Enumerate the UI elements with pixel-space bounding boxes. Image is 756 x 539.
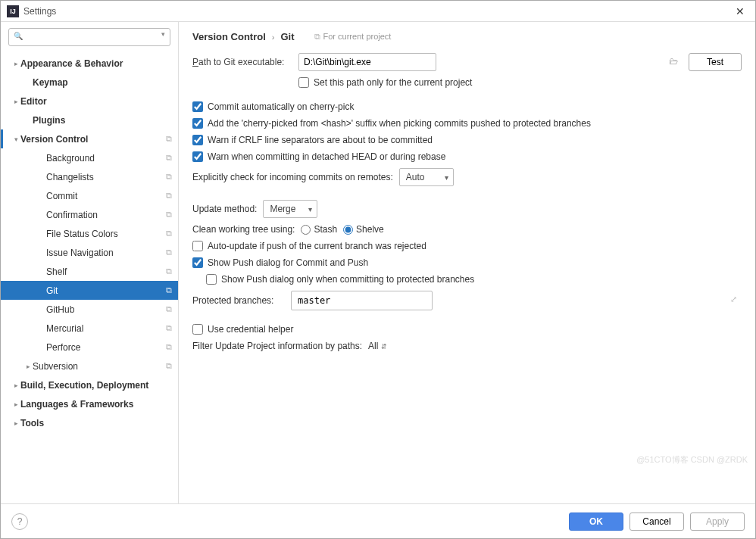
copy-icon: ⧉ xyxy=(166,304,172,314)
breadcrumb: Version Control › Git ⧉For current proje… xyxy=(192,31,742,42)
sidebar-item-label: Mercurial xyxy=(46,323,166,334)
copy-icon: ⧉ xyxy=(166,248,172,257)
show-push-only-checkbox[interactable]: Show Push dialog only when committing to… xyxy=(206,274,474,285)
sidebar-item-label: Commit xyxy=(46,191,166,201)
shelve-radio[interactable]: Shelve xyxy=(343,224,384,235)
app-icon: IJ xyxy=(7,5,19,17)
warn-crlf-checkbox[interactable]: Warn if CRLF line separators are about t… xyxy=(192,135,433,145)
sidebar-item-issue-navigation[interactable]: Issue Navigation⧉ xyxy=(1,243,178,262)
titlebar: IJ Settings ✕ xyxy=(1,1,755,22)
cancel-button[interactable]: Cancel xyxy=(629,513,684,531)
copy-icon: ⧉ xyxy=(166,285,172,295)
sidebar-item-github[interactable]: GitHub⧉ xyxy=(1,300,178,319)
sidebar-item-git[interactable]: Git⧉ xyxy=(1,281,178,300)
filter-value-dropdown[interactable]: All ⇵ xyxy=(368,341,387,351)
copy-icon: ⧉ xyxy=(166,172,172,182)
protected-branches-input[interactable] xyxy=(291,291,433,310)
update-method-label: Update method: xyxy=(192,204,257,214)
test-button[interactable]: Test xyxy=(689,53,742,71)
sidebar-item-label: Languages & Frameworks xyxy=(20,399,172,410)
sidebar-item-shelf[interactable]: Shelf⧉ xyxy=(1,262,178,281)
warn-detached-checkbox[interactable]: Warn when committing in detached HEAD or… xyxy=(192,151,445,162)
tree-arrow-icon: ▸ xyxy=(11,98,20,105)
sidebar-item-label: Tools xyxy=(20,418,172,428)
copy-icon: ⧉ xyxy=(166,342,172,352)
sidebar-item-tools[interactable]: ▸Tools xyxy=(1,413,178,432)
sidebar-item-label: Perforce xyxy=(46,342,166,353)
ok-button[interactable]: OK xyxy=(569,513,623,531)
sidebar-item-label: Build, Execution, Deployment xyxy=(20,380,172,391)
sidebar-item-label: GitHub xyxy=(46,304,166,315)
sidebar-item-commit[interactable]: Commit⧉ xyxy=(1,186,178,205)
add-suffix-checkbox[interactable]: Add the 'cherry-picked from <hash>' suff… xyxy=(192,118,591,129)
copy-icon: ⧉ xyxy=(166,134,172,144)
sidebar-item-background[interactable]: Background⧉ xyxy=(1,148,178,167)
window-title: Settings xyxy=(23,6,731,17)
explicit-check-label: Explicitly check for incoming commits on… xyxy=(192,172,393,182)
close-icon[interactable]: ✕ xyxy=(731,4,749,19)
explicit-check-select[interactable]: Auto xyxy=(399,168,454,186)
copy-icon: ⧉ xyxy=(314,32,320,41)
project-scope-hint: ⧉For current project xyxy=(314,32,392,42)
tree-arrow-icon: ▸ xyxy=(11,382,20,389)
sidebar-item-label: File Status Colors xyxy=(46,229,166,239)
sidebar-item-label: Issue Navigation xyxy=(46,248,166,258)
chevron-right-icon: › xyxy=(272,33,275,42)
sidebar-item-languages-frameworks[interactable]: ▸Languages & Frameworks xyxy=(1,394,178,413)
sidebar-item-changelists[interactable]: Changelists⧉ xyxy=(1,167,178,186)
sidebar-item-confirmation[interactable]: Confirmation⧉ xyxy=(1,205,178,224)
apply-button[interactable]: Apply xyxy=(690,513,745,531)
sidebar-item-keymap[interactable]: Keymap xyxy=(1,73,178,92)
tree-arrow-icon: ▸ xyxy=(23,363,33,370)
sidebar-item-subversion[interactable]: ▸Subversion⧉ xyxy=(1,357,178,375)
protected-label: Protected branches: xyxy=(192,295,285,306)
tree-arrow-icon: ▾ xyxy=(11,136,20,143)
content-area: ▾ ▸Appearance & BehaviorKeymap▸EditorPlu… xyxy=(1,22,755,503)
folder-icon[interactable]: 🗁 xyxy=(669,56,678,67)
sidebar-item-build-execution-deployment[interactable]: ▸Build, Execution, Deployment xyxy=(1,375,178,394)
sidebar-item-label: Background xyxy=(46,153,166,164)
sidebar-item-editor[interactable]: ▸Editor xyxy=(1,92,178,111)
sidebar-item-appearance-behavior[interactable]: ▸Appearance & Behavior xyxy=(1,54,178,73)
filter-label: Filter Update Project information by pat… xyxy=(192,341,362,351)
sidebar-item-file-status-colors[interactable]: File Status Colors⧉ xyxy=(1,224,178,243)
copy-icon: ⧉ xyxy=(166,153,172,163)
sidebar-item-label: Editor xyxy=(20,96,172,107)
path-input-wrap: 🗁 xyxy=(298,53,683,71)
tree-arrow-icon: ▸ xyxy=(11,419,20,427)
sidebar-item-label: Keymap xyxy=(33,77,172,88)
sidebar-item-version-control[interactable]: ▾Version Control⧉ xyxy=(1,129,178,148)
crumb-version-control[interactable]: Version Control xyxy=(192,31,266,42)
search-input[interactable]: ▾ xyxy=(8,28,170,46)
commit-auto-checkbox[interactable]: Commit automatically on cherry-pick xyxy=(192,101,354,112)
sidebar-item-label: Confirmation xyxy=(46,210,166,220)
settings-tree: ▸Appearance & BehaviorKeymap▸EditorPlugi… xyxy=(1,51,178,503)
sidebar-item-perforce[interactable]: Perforce⧉ xyxy=(1,338,178,357)
show-push-checkbox[interactable]: Show Push dialog for Commit and Push xyxy=(192,257,368,268)
footer: ? OK Cancel Apply xyxy=(1,503,755,538)
clean-tree-label: Clean working tree using: xyxy=(192,224,295,235)
sidebar-item-mercurial[interactable]: Mercurial⧉ xyxy=(1,319,178,338)
git-path-input[interactable] xyxy=(298,53,436,71)
expand-icon[interactable]: ⤢ xyxy=(730,294,737,304)
auto-update-checkbox[interactable]: Auto-update if push of the current branc… xyxy=(192,241,426,251)
copy-icon: ⧉ xyxy=(166,266,172,276)
sidebar: ▾ ▸Appearance & BehaviorKeymap▸EditorPlu… xyxy=(1,22,179,503)
copy-icon: ⧉ xyxy=(166,361,172,371)
use-credential-checkbox[interactable]: Use credential helper xyxy=(192,324,293,335)
sidebar-item-label: Changelists xyxy=(46,172,166,182)
path-label: Path to Git executable: xyxy=(192,57,292,67)
sidebar-item-label: Shelf xyxy=(46,266,166,277)
set-path-only-checkbox[interactable]: Set this path only for the current proje… xyxy=(298,77,472,88)
sidebar-item-label: Plugins xyxy=(33,115,172,126)
help-button[interactable]: ? xyxy=(11,513,28,530)
copy-icon: ⧉ xyxy=(166,323,172,333)
stash-radio[interactable]: Stash xyxy=(301,224,337,235)
sidebar-item-plugins[interactable]: Plugins xyxy=(1,111,178,129)
main-panel: Version Control › Git ⧉For current proje… xyxy=(179,22,755,503)
sidebar-item-label: Appearance & Behavior xyxy=(20,58,172,69)
settings-window: IJ Settings ✕ ▾ ▸Appearance & BehaviorKe… xyxy=(0,0,756,539)
chevron-down-icon[interactable]: ▾ xyxy=(161,30,165,38)
update-method-select[interactable]: Merge xyxy=(263,200,317,218)
sidebar-item-label: Version Control xyxy=(20,134,166,145)
